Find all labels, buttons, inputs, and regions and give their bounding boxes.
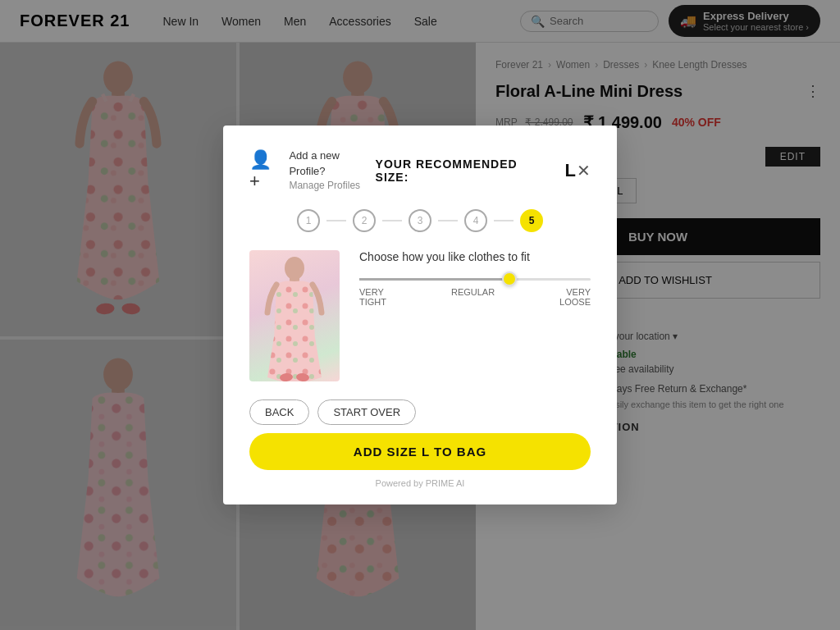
slider-labels: VERY TIGHT REGULAR VERY LOOSE — [359, 287, 591, 307]
step-indicator: 1 2 3 4 5 — [249, 209, 591, 232]
step-2: 2 — [353, 209, 376, 232]
modal-close-button[interactable]: ✕ — [577, 162, 591, 179]
recommended-size-value: L — [565, 160, 577, 181]
modal-nav-buttons: BACK START OVER — [249, 399, 591, 425]
modal-header: 👤+ Add a new Profile? Manage Profiles YO… — [249, 148, 591, 192]
start-over-button[interactable]: START OVER — [317, 399, 416, 425]
slider-track — [359, 278, 591, 281]
step-line-1 — [326, 220, 346, 221]
modal-product-thumbnail — [249, 250, 340, 381]
step-line-2 — [382, 220, 402, 221]
fit-section: Choose how you like clothes to fit VERY … — [359, 250, 591, 381]
modal-header-left: 👤+ Add a new Profile? Manage Profiles — [249, 148, 376, 192]
slider-label-very-loose-1: VERY — [559, 287, 591, 297]
modal-content-row: Choose how you like clothes to fit VERY … — [249, 250, 591, 381]
powered-by: Powered by PRIME AI — [249, 478, 591, 488]
manage-profiles-link[interactable]: Manage Profiles — [289, 179, 375, 193]
add-profile-icon: 👤+ — [249, 149, 281, 192]
recommended-size-label: YOUR RECOMMENDED SIZE: L — [376, 158, 577, 184]
add-profile-line1[interactable]: Add a new Profile? — [289, 148, 375, 178]
svg-point-31 — [285, 257, 304, 280]
step-line-4 — [494, 220, 514, 221]
slider-label-regular: REGULAR — [451, 287, 495, 297]
back-button[interactable]: BACK — [249, 399, 309, 425]
slider-thumb[interactable] — [502, 272, 517, 286]
step-1: 1 — [297, 209, 320, 232]
modal-overlay: 👤+ Add a new Profile? Manage Profiles YO… — [0, 0, 840, 630]
add-to-bag-button[interactable]: ADD SIZE L TO BAG — [249, 433, 591, 470]
fit-slider[interactable]: VERY TIGHT REGULAR VERY LOOSE — [359, 278, 591, 307]
step-5: 5 — [520, 209, 543, 232]
slider-label-very-loose-2: LOOSE — [559, 297, 591, 307]
size-recommendation-modal: 👤+ Add a new Profile? Manage Profiles YO… — [223, 126, 617, 504]
slider-label-very-tight-1: VERY — [359, 287, 386, 297]
modal-footer: BACK START OVER ADD SIZE L TO BAG — [249, 398, 591, 470]
step-3: 3 — [409, 209, 431, 232]
step-line-3 — [438, 220, 458, 221]
step-4: 4 — [464, 209, 487, 232]
slider-fill — [359, 278, 509, 281]
slider-label-very-tight-2: TIGHT — [359, 297, 386, 307]
fit-label: Choose how you like clothes to fit — [359, 250, 591, 263]
modal-product-image-inner — [249, 250, 340, 381]
